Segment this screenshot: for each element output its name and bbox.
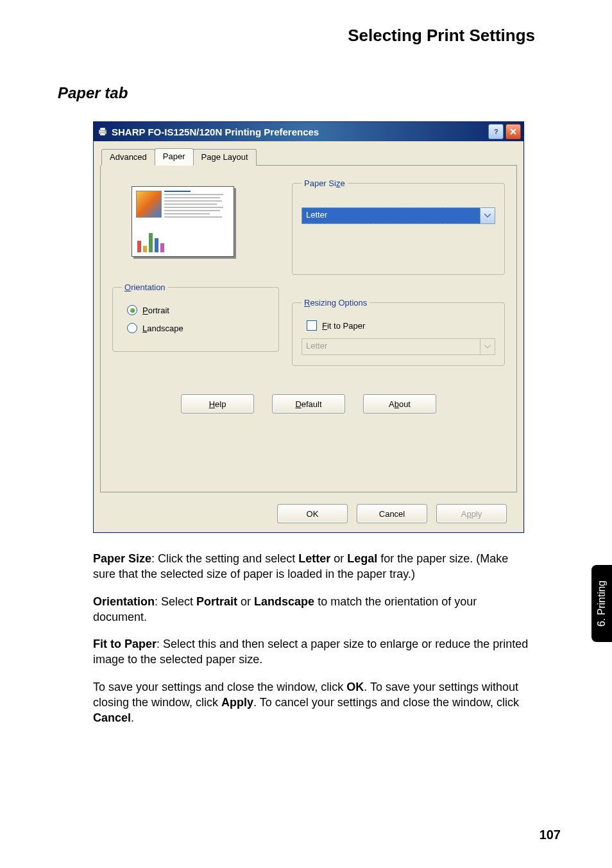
chevron-down-icon bbox=[480, 207, 495, 224]
radio-unchecked-icon bbox=[127, 323, 137, 333]
svg-point-3 bbox=[105, 130, 106, 132]
default-button[interactable]: Default bbox=[272, 394, 345, 413]
portrait-label: Portrait bbox=[142, 306, 169, 315]
svg-rect-2 bbox=[100, 133, 105, 135]
ok-button[interactable]: OK bbox=[277, 504, 348, 523]
paper-size-legend: Paper Size bbox=[302, 178, 348, 188]
resizing-legend: Resizing Options bbox=[302, 298, 370, 308]
checkbox-unchecked-icon bbox=[307, 320, 317, 331]
orientation-portrait[interactable]: Portrait bbox=[127, 305, 269, 315]
dialog-title: SHARP FO-IS125N/120N Printing Preference… bbox=[112, 126, 319, 137]
orientation-group: Orientation Portrait Landscape bbox=[112, 282, 279, 352]
preview-chart-icon bbox=[137, 229, 164, 252]
body-text: Paper Size: Click the setting and select… bbox=[93, 551, 529, 726]
tab-advanced[interactable]: Advanced bbox=[101, 149, 155, 166]
paper-size-group: Paper Size Letter bbox=[292, 178, 505, 275]
preview-image-icon bbox=[136, 191, 162, 218]
fit-to-paper-checkbox[interactable]: Fit to Paper bbox=[307, 320, 495, 331]
tab-paper[interactable]: Paper bbox=[155, 148, 194, 166]
side-tab: 6. Printing bbox=[591, 565, 612, 642]
apply-button[interactable]: Apply bbox=[436, 504, 507, 523]
resizing-options-group: Resizing Options Fit to Paper Letter bbox=[292, 298, 505, 366]
tab-strip: Advanced Paper Page Layout bbox=[101, 148, 517, 166]
about-button[interactable]: About bbox=[363, 394, 436, 413]
svg-rect-1 bbox=[100, 128, 105, 130]
fit-to-paper-size-dropdown: Letter bbox=[302, 338, 495, 355]
tab-content: Orientation Portrait Landscape bbox=[100, 166, 517, 492]
radio-checked-icon bbox=[127, 305, 137, 315]
orientation-landscape[interactable]: Landscape bbox=[127, 323, 269, 333]
paper-size-dropdown[interactable]: Letter bbox=[302, 207, 495, 224]
svg-text:?: ? bbox=[494, 128, 498, 135]
chevron-down-icon bbox=[480, 338, 495, 355]
tab-page-layout[interactable]: Page Layout bbox=[193, 149, 257, 166]
orientation-legend: Orientation bbox=[122, 282, 168, 292]
print-preferences-dialog: SHARP FO-IS125N/120N Printing Preference… bbox=[93, 121, 524, 533]
help-button[interactable]: Help bbox=[181, 394, 254, 413]
printer-icon bbox=[98, 126, 108, 137]
titlebar: SHARP FO-IS125N/120N Printing Preference… bbox=[94, 122, 523, 141]
page-number: 107 bbox=[540, 828, 561, 842]
landscape-label: Landscape bbox=[142, 324, 183, 333]
close-button[interactable] bbox=[506, 124, 521, 139]
page-preview bbox=[132, 186, 234, 257]
cancel-button[interactable]: Cancel bbox=[357, 504, 427, 523]
section-title: Paper tab bbox=[58, 84, 561, 102]
page-header: Selecting Print Settings bbox=[58, 26, 535, 46]
fit-size-value: Letter bbox=[302, 338, 480, 355]
fit-to-paper-label: Fit to Paper bbox=[322, 321, 365, 331]
paper-size-value: Letter bbox=[302, 207, 480, 224]
help-titlebar-button[interactable]: ? bbox=[488, 124, 504, 139]
